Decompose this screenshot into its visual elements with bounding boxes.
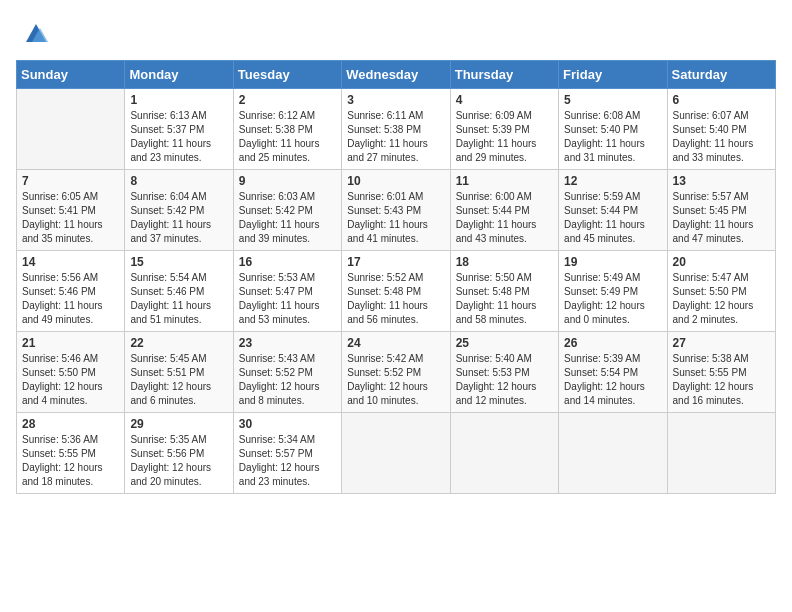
calendar-cell <box>342 413 450 494</box>
day-detail: Sunrise: 6:07 AMSunset: 5:40 PMDaylight:… <box>673 109 770 165</box>
day-detail: Sunrise: 5:39 AMSunset: 5:54 PMDaylight:… <box>564 352 661 408</box>
day-number: 8 <box>130 174 227 188</box>
logo-icon <box>18 20 50 48</box>
day-number: 13 <box>673 174 770 188</box>
day-header: Wednesday <box>342 61 450 89</box>
calendar-cell: 8Sunrise: 6:04 AMSunset: 5:42 PMDaylight… <box>125 170 233 251</box>
calendar-cell: 16Sunrise: 5:53 AMSunset: 5:47 PMDayligh… <box>233 251 341 332</box>
day-number: 10 <box>347 174 444 188</box>
day-detail: Sunrise: 5:54 AMSunset: 5:46 PMDaylight:… <box>130 271 227 327</box>
calendar-cell: 7Sunrise: 6:05 AMSunset: 5:41 PMDaylight… <box>17 170 125 251</box>
calendar-cell: 9Sunrise: 6:03 AMSunset: 5:42 PMDaylight… <box>233 170 341 251</box>
calendar-cell: 12Sunrise: 5:59 AMSunset: 5:44 PMDayligh… <box>559 170 667 251</box>
day-number: 25 <box>456 336 553 350</box>
day-number: 30 <box>239 417 336 431</box>
day-detail: Sunrise: 5:38 AMSunset: 5:55 PMDaylight:… <box>673 352 770 408</box>
calendar-cell: 21Sunrise: 5:46 AMSunset: 5:50 PMDayligh… <box>17 332 125 413</box>
calendar-cell: 20Sunrise: 5:47 AMSunset: 5:50 PMDayligh… <box>667 251 775 332</box>
day-number: 22 <box>130 336 227 350</box>
day-number: 1 <box>130 93 227 107</box>
day-header: Friday <box>559 61 667 89</box>
calendar-cell: 30Sunrise: 5:34 AMSunset: 5:57 PMDayligh… <box>233 413 341 494</box>
day-detail: Sunrise: 5:34 AMSunset: 5:57 PMDaylight:… <box>239 433 336 489</box>
calendar-cell: 6Sunrise: 6:07 AMSunset: 5:40 PMDaylight… <box>667 89 775 170</box>
logo <box>16 20 50 48</box>
day-number: 29 <box>130 417 227 431</box>
day-header: Saturday <box>667 61 775 89</box>
calendar-cell: 10Sunrise: 6:01 AMSunset: 5:43 PMDayligh… <box>342 170 450 251</box>
day-detail: Sunrise: 6:11 AMSunset: 5:38 PMDaylight:… <box>347 109 444 165</box>
day-number: 18 <box>456 255 553 269</box>
calendar-cell: 13Sunrise: 5:57 AMSunset: 5:45 PMDayligh… <box>667 170 775 251</box>
day-detail: Sunrise: 6:03 AMSunset: 5:42 PMDaylight:… <box>239 190 336 246</box>
day-detail: Sunrise: 6:12 AMSunset: 5:38 PMDaylight:… <box>239 109 336 165</box>
calendar-cell: 29Sunrise: 5:35 AMSunset: 5:56 PMDayligh… <box>125 413 233 494</box>
day-detail: Sunrise: 6:01 AMSunset: 5:43 PMDaylight:… <box>347 190 444 246</box>
calendar-table: SundayMondayTuesdayWednesdayThursdayFrid… <box>16 60 776 494</box>
calendar-week-row: 21Sunrise: 5:46 AMSunset: 5:50 PMDayligh… <box>17 332 776 413</box>
day-header: Sunday <box>17 61 125 89</box>
calendar-cell: 17Sunrise: 5:52 AMSunset: 5:48 PMDayligh… <box>342 251 450 332</box>
day-detail: Sunrise: 5:50 AMSunset: 5:48 PMDaylight:… <box>456 271 553 327</box>
calendar-week-row: 28Sunrise: 5:36 AMSunset: 5:55 PMDayligh… <box>17 413 776 494</box>
calendar-cell: 25Sunrise: 5:40 AMSunset: 5:53 PMDayligh… <box>450 332 558 413</box>
calendar-week-row: 1Sunrise: 6:13 AMSunset: 5:37 PMDaylight… <box>17 89 776 170</box>
calendar-cell <box>667 413 775 494</box>
calendar-cell <box>559 413 667 494</box>
day-number: 5 <box>564 93 661 107</box>
calendar-cell: 15Sunrise: 5:54 AMSunset: 5:46 PMDayligh… <box>125 251 233 332</box>
calendar-cell: 11Sunrise: 6:00 AMSunset: 5:44 PMDayligh… <box>450 170 558 251</box>
day-detail: Sunrise: 5:40 AMSunset: 5:53 PMDaylight:… <box>456 352 553 408</box>
day-detail: Sunrise: 5:47 AMSunset: 5:50 PMDaylight:… <box>673 271 770 327</box>
calendar-cell: 28Sunrise: 5:36 AMSunset: 5:55 PMDayligh… <box>17 413 125 494</box>
day-header: Tuesday <box>233 61 341 89</box>
calendar-cell <box>17 89 125 170</box>
day-detail: Sunrise: 6:05 AMSunset: 5:41 PMDaylight:… <box>22 190 119 246</box>
day-detail: Sunrise: 6:04 AMSunset: 5:42 PMDaylight:… <box>130 190 227 246</box>
day-detail: Sunrise: 5:57 AMSunset: 5:45 PMDaylight:… <box>673 190 770 246</box>
day-detail: Sunrise: 6:08 AMSunset: 5:40 PMDaylight:… <box>564 109 661 165</box>
day-detail: Sunrise: 5:46 AMSunset: 5:50 PMDaylight:… <box>22 352 119 408</box>
day-number: 15 <box>130 255 227 269</box>
calendar-week-row: 7Sunrise: 6:05 AMSunset: 5:41 PMDaylight… <box>17 170 776 251</box>
day-number: 17 <box>347 255 444 269</box>
day-number: 7 <box>22 174 119 188</box>
calendar-cell: 24Sunrise: 5:42 AMSunset: 5:52 PMDayligh… <box>342 332 450 413</box>
day-detail: Sunrise: 5:49 AMSunset: 5:49 PMDaylight:… <box>564 271 661 327</box>
day-number: 4 <box>456 93 553 107</box>
calendar-cell: 23Sunrise: 5:43 AMSunset: 5:52 PMDayligh… <box>233 332 341 413</box>
calendar-cell: 26Sunrise: 5:39 AMSunset: 5:54 PMDayligh… <box>559 332 667 413</box>
calendar-cell: 2Sunrise: 6:12 AMSunset: 5:38 PMDaylight… <box>233 89 341 170</box>
calendar-cell: 14Sunrise: 5:56 AMSunset: 5:46 PMDayligh… <box>17 251 125 332</box>
day-detail: Sunrise: 5:59 AMSunset: 5:44 PMDaylight:… <box>564 190 661 246</box>
day-number: 20 <box>673 255 770 269</box>
day-number: 19 <box>564 255 661 269</box>
calendar-cell: 5Sunrise: 6:08 AMSunset: 5:40 PMDaylight… <box>559 89 667 170</box>
day-detail: Sunrise: 6:00 AMSunset: 5:44 PMDaylight:… <box>456 190 553 246</box>
day-detail: Sunrise: 5:43 AMSunset: 5:52 PMDaylight:… <box>239 352 336 408</box>
day-number: 12 <box>564 174 661 188</box>
day-number: 3 <box>347 93 444 107</box>
day-detail: Sunrise: 5:35 AMSunset: 5:56 PMDaylight:… <box>130 433 227 489</box>
day-number: 21 <box>22 336 119 350</box>
page-header <box>16 16 776 48</box>
calendar-cell: 1Sunrise: 6:13 AMSunset: 5:37 PMDaylight… <box>125 89 233 170</box>
calendar-cell: 4Sunrise: 6:09 AMSunset: 5:39 PMDaylight… <box>450 89 558 170</box>
day-number: 6 <box>673 93 770 107</box>
calendar-cell <box>450 413 558 494</box>
day-detail: Sunrise: 5:42 AMSunset: 5:52 PMDaylight:… <box>347 352 444 408</box>
day-detail: Sunrise: 5:52 AMSunset: 5:48 PMDaylight:… <box>347 271 444 327</box>
day-number: 24 <box>347 336 444 350</box>
day-number: 23 <box>239 336 336 350</box>
calendar-header-row: SundayMondayTuesdayWednesdayThursdayFrid… <box>17 61 776 89</box>
day-detail: Sunrise: 6:09 AMSunset: 5:39 PMDaylight:… <box>456 109 553 165</box>
calendar-cell: 27Sunrise: 5:38 AMSunset: 5:55 PMDayligh… <box>667 332 775 413</box>
day-number: 11 <box>456 174 553 188</box>
calendar-cell: 3Sunrise: 6:11 AMSunset: 5:38 PMDaylight… <box>342 89 450 170</box>
day-header: Thursday <box>450 61 558 89</box>
day-detail: Sunrise: 5:36 AMSunset: 5:55 PMDaylight:… <box>22 433 119 489</box>
day-header: Monday <box>125 61 233 89</box>
calendar-cell: 18Sunrise: 5:50 AMSunset: 5:48 PMDayligh… <box>450 251 558 332</box>
day-detail: Sunrise: 5:45 AMSunset: 5:51 PMDaylight:… <box>130 352 227 408</box>
day-detail: Sunrise: 5:56 AMSunset: 5:46 PMDaylight:… <box>22 271 119 327</box>
